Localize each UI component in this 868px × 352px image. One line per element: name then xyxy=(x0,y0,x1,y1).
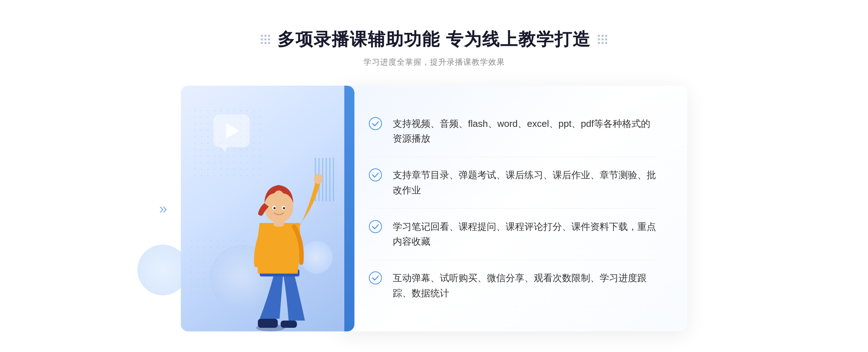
outer-circle xyxy=(137,245,188,295)
check-icon-1 xyxy=(369,117,382,130)
svg-point-11 xyxy=(369,117,382,130)
feature-text-4: 互动弹幕、试听购买、微信分享、观看次数限制、学习进度跟踪、数据统计 xyxy=(393,271,658,301)
svg-point-10 xyxy=(283,207,285,209)
illustration-card xyxy=(181,86,354,331)
page-subtitle: 学习进度全掌握，提升录播课教学效果 xyxy=(363,57,505,68)
person-illustration xyxy=(227,151,328,331)
feature-text-2: 支持章节目录、弹题考试、课后练习、课后作业、章节测验、批改作业 xyxy=(393,168,658,198)
feature-item-1: 支持视频、音频、flash、word、excel、ppt、pdf等各种格式的资源… xyxy=(369,109,658,154)
svg-point-4 xyxy=(314,174,323,184)
blue-bar xyxy=(344,86,354,331)
title-dots-right xyxy=(598,35,607,44)
check-icon-3 xyxy=(369,220,382,233)
feature-item-3: 学习笔记回看、课程提问、课程评论打分、课件资料下载，重点内容收藏 xyxy=(369,212,658,257)
divider-2 xyxy=(369,208,658,209)
content-card: 支持视频、音频、flash、word、excel、ppt、pdf等各种格式的资源… xyxy=(340,86,687,331)
feature-text-3: 学习笔记回看、课程提问、课程评论打分、课件资料下载，重点内容收藏 xyxy=(393,219,658,249)
svg-point-14 xyxy=(369,272,382,284)
divider-1 xyxy=(369,157,658,157)
play-bubble xyxy=(213,115,250,147)
page-wrapper: 多项录播课辅助功能 专为线上教学打造 学习进度全掌握，提升录播课教学效果 » xyxy=(0,6,868,346)
feature-item-2: 支持章节目录、弹题考试、课后练习、课后作业、章节测验、批改作业 xyxy=(369,160,658,205)
chevron-deco-left: » xyxy=(159,201,167,217)
divider-3 xyxy=(369,260,658,260)
svg-point-12 xyxy=(369,169,382,181)
header-section: 多项录播课辅助功能 专为线上教学打造 学习进度全掌握，提升录播课教学效果 xyxy=(261,28,607,68)
svg-rect-1 xyxy=(258,319,278,328)
svg-rect-2 xyxy=(281,321,297,328)
play-icon xyxy=(226,123,239,139)
check-icon-4 xyxy=(369,271,382,284)
title-row: 多项录播课辅助功能 专为线上教学打造 xyxy=(261,28,607,51)
feature-item-4: 互动弹幕、试听购买、微信分享、观看次数限制、学习进度跟踪、数据统计 xyxy=(369,263,658,308)
page-title: 多项录播课辅助功能 专为线上教学打造 xyxy=(277,28,590,51)
svg-point-9 xyxy=(273,207,276,209)
feature-text-1: 支持视频、音频、flash、word、excel、ppt、pdf等各种格式的资源… xyxy=(393,116,658,146)
check-icon-2 xyxy=(369,168,382,181)
title-dots-left xyxy=(261,35,270,44)
content-section: » xyxy=(181,86,687,331)
svg-point-13 xyxy=(369,220,382,233)
